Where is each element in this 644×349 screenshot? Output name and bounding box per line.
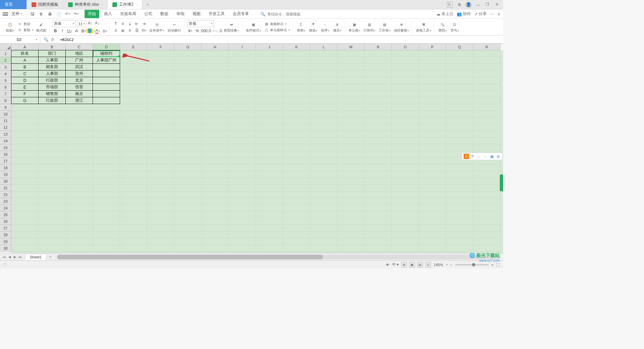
cell[interactable] (229, 211, 256, 218)
cell[interactable] (365, 77, 392, 84)
cell[interactable] (11, 178, 39, 185)
cell[interactable] (39, 151, 66, 158)
cell[interactable] (283, 117, 310, 124)
cell[interactable] (446, 131, 473, 138)
cell[interactable] (39, 158, 66, 164)
column-header[interactable]: M (337, 44, 365, 50)
cell[interactable] (147, 117, 174, 124)
cell[interactable] (337, 198, 365, 205)
cell[interactable] (147, 198, 174, 205)
cell[interactable] (446, 191, 473, 198)
cell[interactable] (202, 218, 229, 225)
ribbon-tab-dev[interactable]: 开发工具 (205, 10, 228, 18)
cell[interactable] (229, 84, 256, 91)
cell[interactable] (229, 50, 256, 57)
cell[interactable] (392, 84, 419, 91)
cell[interactable] (120, 171, 147, 178)
cell[interactable] (174, 211, 202, 218)
doc-tab-0[interactable]: 找稻壳模板 (27, 0, 63, 9)
cell[interactable] (120, 124, 147, 131)
table-style-button[interactable]: ▤表格样式▾ (263, 21, 290, 27)
cell[interactable] (337, 245, 365, 252)
cell[interactable] (174, 77, 202, 84)
cell[interactable] (419, 50, 446, 57)
cell[interactable] (93, 97, 120, 104)
row-header[interactable]: 14 (0, 138, 11, 144)
cell[interactable] (174, 238, 202, 245)
zoom-level[interactable]: 145% (434, 263, 443, 267)
cell[interactable] (337, 131, 365, 138)
filter-button[interactable]: ⧩筛选▾ (308, 21, 318, 33)
cell[interactable] (392, 144, 419, 151)
window-close[interactable]: ✕ (494, 2, 500, 8)
cell[interactable] (120, 164, 147, 171)
cell[interactable] (419, 232, 446, 238)
cell[interactable] (392, 91, 419, 97)
cell[interactable] (473, 84, 500, 91)
cell[interactable] (310, 50, 337, 57)
cell[interactable] (473, 238, 500, 245)
font-name-select[interactable]: 宋体▾ (52, 20, 76, 27)
cell[interactable] (392, 218, 419, 225)
doc-tab-1[interactable]: 种类单价.xlsx· (63, 0, 108, 9)
cell[interactable] (310, 205, 337, 211)
cell[interactable] (419, 77, 446, 84)
cell[interactable] (256, 198, 283, 205)
cell[interactable] (39, 191, 66, 198)
cell[interactable] (283, 225, 310, 232)
cell[interactable] (392, 138, 419, 144)
cell[interactable] (174, 245, 202, 252)
cell[interactable] (473, 171, 500, 178)
cell[interactable] (11, 104, 39, 111)
cell[interactable] (147, 191, 174, 198)
cell[interactable] (446, 218, 473, 225)
window-minimize[interactable]: — (475, 2, 481, 8)
row-header[interactable]: 28 (0, 232, 11, 238)
align-right-icon[interactable]: ≡ (127, 28, 133, 34)
fullscreen-icon[interactable]: ⛶ (496, 263, 500, 267)
cell[interactable] (229, 57, 256, 64)
ribbon-tab-start[interactable]: 开始 (85, 10, 99, 18)
cell[interactable] (310, 84, 337, 91)
cell[interactable] (120, 84, 147, 91)
cell[interactable] (11, 245, 39, 252)
cell[interactable] (202, 117, 229, 124)
cell[interactable] (147, 225, 174, 232)
cell[interactable] (256, 191, 283, 198)
cell[interactable] (446, 144, 473, 151)
cell[interactable] (256, 218, 283, 225)
cell[interactable]: F (11, 90, 39, 97)
row-header[interactable]: 7 (0, 91, 11, 97)
cell[interactable] (310, 158, 337, 164)
row-header[interactable]: 12 (0, 124, 11, 131)
cell[interactable] (39, 138, 66, 144)
cell[interactable] (174, 97, 202, 104)
cell[interactable] (11, 171, 39, 178)
column-header[interactable]: L (310, 44, 337, 50)
cell[interactable] (337, 178, 365, 185)
fx-icon[interactable]: fx (51, 37, 54, 42)
row-header[interactable]: 26 (0, 218, 11, 225)
cell[interactable] (365, 64, 392, 70)
cell[interactable] (446, 138, 473, 144)
cell[interactable] (147, 77, 174, 84)
formula-input[interactable] (60, 38, 500, 42)
column-header[interactable]: N (365, 44, 392, 50)
cell[interactable] (419, 225, 446, 232)
cell[interactable] (310, 245, 337, 252)
cell[interactable] (11, 211, 39, 218)
menu-file[interactable]: 文件▾ (9, 11, 24, 17)
cell[interactable]: 人事部广州 (93, 57, 120, 64)
font-grow-icon[interactable]: A↑ (87, 20, 93, 26)
cell[interactable] (473, 104, 500, 111)
cell[interactable] (337, 91, 365, 97)
indent-inc-icon[interactable]: ⇥ (141, 21, 147, 27)
cell[interactable] (392, 131, 419, 138)
cell[interactable] (392, 178, 419, 185)
row-header[interactable]: 8 (0, 97, 11, 104)
row-header[interactable]: 15 (0, 144, 11, 151)
cell[interactable] (202, 111, 229, 117)
cell[interactable] (446, 232, 473, 238)
cell[interactable] (419, 84, 446, 91)
cell[interactable] (93, 178, 120, 185)
